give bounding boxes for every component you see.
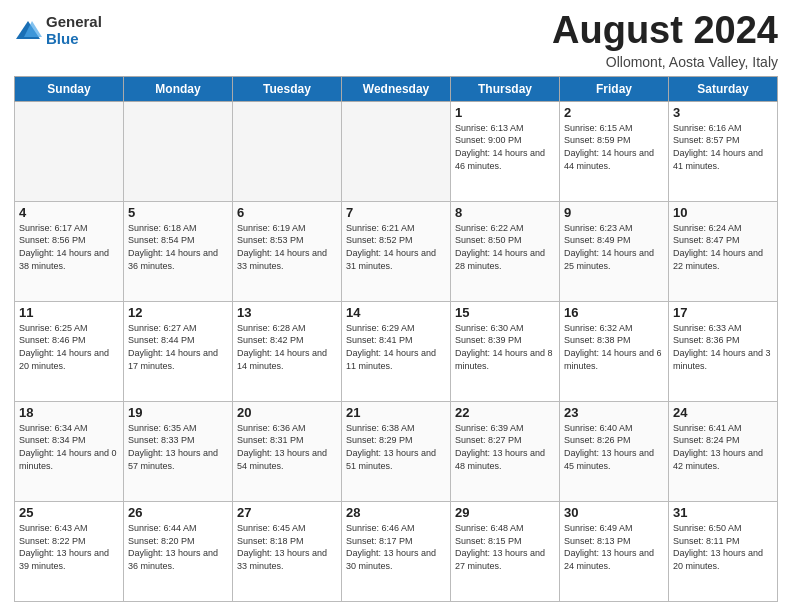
page: General Blue August 2024 Ollomont, Aosta…	[0, 0, 792, 612]
calendar-cell: 4Sunrise: 6:17 AM Sunset: 8:56 PM Daylig…	[15, 201, 124, 301]
calendar-cell	[15, 101, 124, 201]
day-info: Sunrise: 6:16 AM Sunset: 8:57 PM Dayligh…	[673, 122, 773, 172]
day-number: 12	[128, 305, 228, 320]
calendar-cell: 11Sunrise: 6:25 AM Sunset: 8:46 PM Dayli…	[15, 301, 124, 401]
day-info: Sunrise: 6:21 AM Sunset: 8:52 PM Dayligh…	[346, 222, 446, 272]
col-thursday: Thursday	[451, 76, 560, 101]
calendar-cell: 8Sunrise: 6:22 AM Sunset: 8:50 PM Daylig…	[451, 201, 560, 301]
calendar-cell	[342, 101, 451, 201]
calendar-cell: 19Sunrise: 6:35 AM Sunset: 8:33 PM Dayli…	[124, 401, 233, 501]
logo-blue-text: Blue	[46, 31, 102, 48]
calendar-table: Sunday Monday Tuesday Wednesday Thursday…	[14, 76, 778, 602]
logo: General Blue	[14, 14, 102, 47]
calendar-cell: 26Sunrise: 6:44 AM Sunset: 8:20 PM Dayli…	[124, 501, 233, 601]
calendar-cell: 16Sunrise: 6:32 AM Sunset: 8:38 PM Dayli…	[560, 301, 669, 401]
day-info: Sunrise: 6:48 AM Sunset: 8:15 PM Dayligh…	[455, 522, 555, 572]
day-info: Sunrise: 6:23 AM Sunset: 8:49 PM Dayligh…	[564, 222, 664, 272]
day-number: 30	[564, 505, 664, 520]
calendar-cell: 14Sunrise: 6:29 AM Sunset: 8:41 PM Dayli…	[342, 301, 451, 401]
header-row: Sunday Monday Tuesday Wednesday Thursday…	[15, 76, 778, 101]
calendar-cell: 2Sunrise: 6:15 AM Sunset: 8:59 PM Daylig…	[560, 101, 669, 201]
day-number: 20	[237, 405, 337, 420]
calendar-cell: 22Sunrise: 6:39 AM Sunset: 8:27 PM Dayli…	[451, 401, 560, 501]
title-block: August 2024 Ollomont, Aosta Valley, Ital…	[552, 10, 778, 70]
calendar-row-4: 25Sunrise: 6:43 AM Sunset: 8:22 PM Dayli…	[15, 501, 778, 601]
day-number: 21	[346, 405, 446, 420]
calendar-cell: 31Sunrise: 6:50 AM Sunset: 8:11 PM Dayli…	[669, 501, 778, 601]
title-location: Ollomont, Aosta Valley, Italy	[552, 54, 778, 70]
day-number: 29	[455, 505, 555, 520]
col-tuesday: Tuesday	[233, 76, 342, 101]
logo-general-text: General	[46, 14, 102, 31]
day-number: 10	[673, 205, 773, 220]
day-number: 8	[455, 205, 555, 220]
logo-text: General Blue	[46, 14, 102, 47]
day-number: 18	[19, 405, 119, 420]
calendar-cell: 7Sunrise: 6:21 AM Sunset: 8:52 PM Daylig…	[342, 201, 451, 301]
calendar-cell: 25Sunrise: 6:43 AM Sunset: 8:22 PM Dayli…	[15, 501, 124, 601]
day-info: Sunrise: 6:25 AM Sunset: 8:46 PM Dayligh…	[19, 322, 119, 372]
logo-icon	[14, 17, 42, 45]
day-number: 1	[455, 105, 555, 120]
day-number: 15	[455, 305, 555, 320]
calendar-cell: 30Sunrise: 6:49 AM Sunset: 8:13 PM Dayli…	[560, 501, 669, 601]
calendar-cell	[124, 101, 233, 201]
calendar-cell: 1Sunrise: 6:13 AM Sunset: 9:00 PM Daylig…	[451, 101, 560, 201]
calendar-row-2: 11Sunrise: 6:25 AM Sunset: 8:46 PM Dayli…	[15, 301, 778, 401]
calendar-cell: 20Sunrise: 6:36 AM Sunset: 8:31 PM Dayli…	[233, 401, 342, 501]
day-info: Sunrise: 6:30 AM Sunset: 8:39 PM Dayligh…	[455, 322, 555, 372]
header: General Blue August 2024 Ollomont, Aosta…	[14, 10, 778, 70]
day-info: Sunrise: 6:15 AM Sunset: 8:59 PM Dayligh…	[564, 122, 664, 172]
day-info: Sunrise: 6:40 AM Sunset: 8:26 PM Dayligh…	[564, 422, 664, 472]
calendar-cell: 27Sunrise: 6:45 AM Sunset: 8:18 PM Dayli…	[233, 501, 342, 601]
day-number: 5	[128, 205, 228, 220]
calendar-cell: 17Sunrise: 6:33 AM Sunset: 8:36 PM Dayli…	[669, 301, 778, 401]
col-sunday: Sunday	[15, 76, 124, 101]
title-month: August 2024	[552, 10, 778, 52]
calendar-cell: 13Sunrise: 6:28 AM Sunset: 8:42 PM Dayli…	[233, 301, 342, 401]
day-number: 26	[128, 505, 228, 520]
day-info: Sunrise: 6:35 AM Sunset: 8:33 PM Dayligh…	[128, 422, 228, 472]
day-info: Sunrise: 6:45 AM Sunset: 8:18 PM Dayligh…	[237, 522, 337, 572]
day-info: Sunrise: 6:22 AM Sunset: 8:50 PM Dayligh…	[455, 222, 555, 272]
day-number: 22	[455, 405, 555, 420]
day-info: Sunrise: 6:27 AM Sunset: 8:44 PM Dayligh…	[128, 322, 228, 372]
calendar-cell	[233, 101, 342, 201]
day-number: 4	[19, 205, 119, 220]
day-info: Sunrise: 6:19 AM Sunset: 8:53 PM Dayligh…	[237, 222, 337, 272]
day-info: Sunrise: 6:13 AM Sunset: 9:00 PM Dayligh…	[455, 122, 555, 172]
day-info: Sunrise: 6:49 AM Sunset: 8:13 PM Dayligh…	[564, 522, 664, 572]
day-info: Sunrise: 6:32 AM Sunset: 8:38 PM Dayligh…	[564, 322, 664, 372]
day-info: Sunrise: 6:18 AM Sunset: 8:54 PM Dayligh…	[128, 222, 228, 272]
day-info: Sunrise: 6:24 AM Sunset: 8:47 PM Dayligh…	[673, 222, 773, 272]
day-info: Sunrise: 6:43 AM Sunset: 8:22 PM Dayligh…	[19, 522, 119, 572]
col-friday: Friday	[560, 76, 669, 101]
day-number: 9	[564, 205, 664, 220]
day-number: 7	[346, 205, 446, 220]
calendar-row-3: 18Sunrise: 6:34 AM Sunset: 8:34 PM Dayli…	[15, 401, 778, 501]
day-number: 17	[673, 305, 773, 320]
day-number: 11	[19, 305, 119, 320]
day-number: 23	[564, 405, 664, 420]
day-number: 13	[237, 305, 337, 320]
day-info: Sunrise: 6:39 AM Sunset: 8:27 PM Dayligh…	[455, 422, 555, 472]
day-info: Sunrise: 6:36 AM Sunset: 8:31 PM Dayligh…	[237, 422, 337, 472]
day-number: 28	[346, 505, 446, 520]
day-info: Sunrise: 6:41 AM Sunset: 8:24 PM Dayligh…	[673, 422, 773, 472]
day-info: Sunrise: 6:17 AM Sunset: 8:56 PM Dayligh…	[19, 222, 119, 272]
calendar-cell: 10Sunrise: 6:24 AM Sunset: 8:47 PM Dayli…	[669, 201, 778, 301]
day-number: 6	[237, 205, 337, 220]
day-info: Sunrise: 6:50 AM Sunset: 8:11 PM Dayligh…	[673, 522, 773, 572]
day-number: 27	[237, 505, 337, 520]
col-monday: Monday	[124, 76, 233, 101]
day-number: 2	[564, 105, 664, 120]
calendar-cell: 21Sunrise: 6:38 AM Sunset: 8:29 PM Dayli…	[342, 401, 451, 501]
day-number: 3	[673, 105, 773, 120]
calendar-cell: 24Sunrise: 6:41 AM Sunset: 8:24 PM Dayli…	[669, 401, 778, 501]
calendar-cell: 9Sunrise: 6:23 AM Sunset: 8:49 PM Daylig…	[560, 201, 669, 301]
calendar-cell: 12Sunrise: 6:27 AM Sunset: 8:44 PM Dayli…	[124, 301, 233, 401]
day-number: 25	[19, 505, 119, 520]
col-saturday: Saturday	[669, 76, 778, 101]
calendar-cell: 3Sunrise: 6:16 AM Sunset: 8:57 PM Daylig…	[669, 101, 778, 201]
col-wednesday: Wednesday	[342, 76, 451, 101]
